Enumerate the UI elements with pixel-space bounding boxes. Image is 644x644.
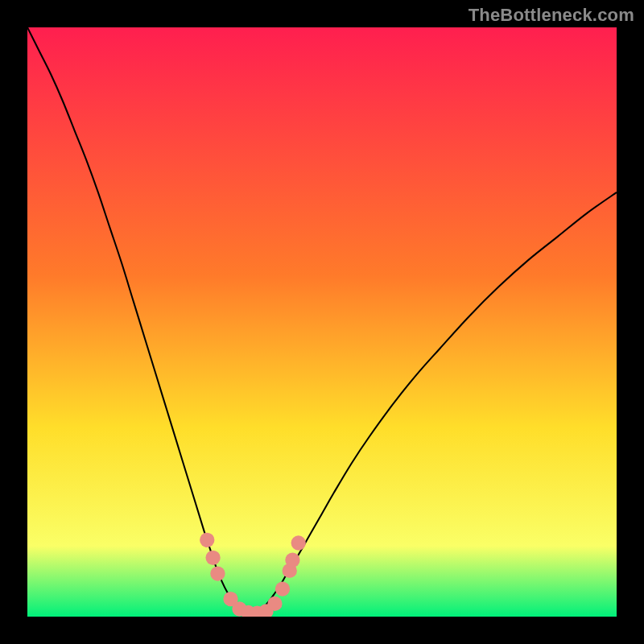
- bottleneck-markers: [200, 533, 306, 617]
- chart-frame: TheBottleneck.com: [0, 0, 644, 644]
- marker-dot: [200, 533, 214, 547]
- curve-left: [27, 27, 251, 615]
- plot-area: [27, 27, 617, 617]
- curve-right: [251, 192, 617, 615]
- marker-dot: [291, 535, 306, 550]
- chart-curves: [27, 27, 617, 617]
- watermark-label: TheBottleneck.com: [469, 5, 634, 26]
- marker-dot: [205, 551, 220, 565]
- marker-dot: [275, 581, 290, 596]
- marker-dot: [285, 553, 299, 568]
- marker-dot: [210, 566, 225, 580]
- marker-dot: [267, 597, 282, 611]
